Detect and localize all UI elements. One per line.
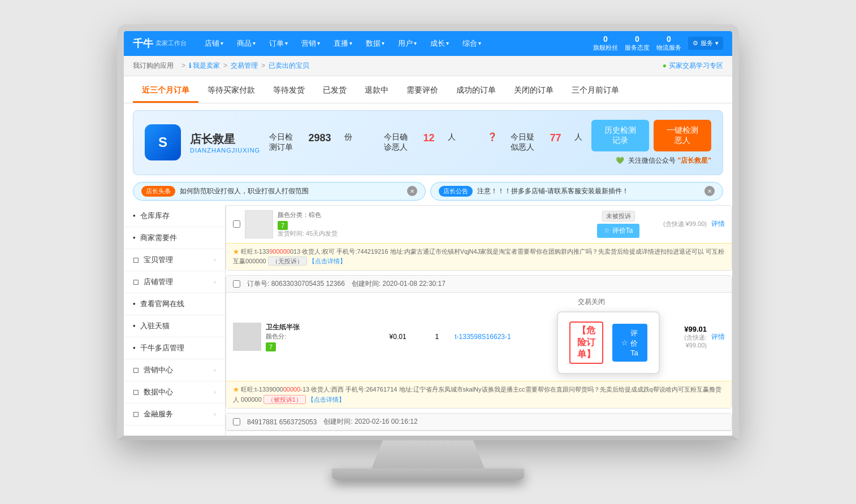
sep1: >	[181, 62, 185, 69]
sidebar-item-marketing[interactable]: ◻ 营销中心 ›	[124, 359, 225, 381]
nav-item-user[interactable]: 用户 ▾	[391, 31, 423, 56]
info-icon: ℹ	[189, 62, 192, 69]
amount-total-2: ¥99.01	[664, 325, 707, 333]
tab-wait-payment[interactable]: 等待买家付款	[198, 80, 264, 103]
crumb1[interactable]: 我是卖家	[193, 61, 220, 71]
order-checkbox-3[interactable]	[233, 418, 240, 425]
action-label-2: 交易关闭	[578, 297, 605, 307]
green-circle-icon: ●	[663, 62, 667, 69]
order-num-2: t-133598S16623-1	[455, 333, 518, 341]
stat3-text: 今日疑似恶人	[511, 132, 536, 153]
nav-item-growth[interactable]: 成长 ▾	[423, 31, 456, 56]
order-checkbox-1[interactable]	[233, 220, 240, 228]
monitor-screen: 千牛 卖家工作台 店铺 ▾ 商品 ▾ 订单 ▾ 营销 ▾ 直播 ▾ 数据 ▾ 用…	[117, 24, 739, 440]
color-tag-1: 颜色分类：棕色	[278, 211, 407, 219]
news-close-1[interactable]: ✕	[407, 186, 417, 196]
plugin-name-area: 店长救星 DIANZHANGJIUXING	[190, 132, 260, 154]
btn-history[interactable]: 历史检测记录	[591, 120, 649, 151]
logistics-label: 物流服务	[656, 44, 681, 52]
buyer-detail-2: 旺旺:t-133900000000-13 收货人:西西 手机号:26476171…	[233, 386, 721, 403]
crumb2[interactable]: 交易管理	[231, 61, 258, 71]
logistics-count: 0	[667, 34, 671, 44]
evaluate-text-1: 评价Ta	[612, 226, 633, 236]
delivery-badge-1: 7	[278, 221, 407, 229]
sidebar-item-data[interactable]: ◻ 数据中心 ›	[124, 381, 225, 403]
tmall-icon: ▪	[133, 321, 136, 330]
order-header-3: 84917881 6563725053 创建时间: 2020-02-16 00:…	[226, 414, 732, 431]
wechat-brand: "店长救星"	[678, 157, 711, 164]
warehouse-icon: ▪	[133, 211, 136, 220]
arrow-finance: ›	[214, 410, 216, 418]
nav-item-live[interactable]: 直播 ▾	[327, 31, 359, 56]
action-col-1: 未被投诉 ☆ 评价Ta	[586, 211, 651, 238]
main-content: 颜色分类：棕色 7 发货时间: 45天内发货 未被投诉 ☆	[226, 205, 732, 436]
stat1-text: 今日检测订单	[269, 132, 295, 153]
sidebar-item-finance[interactable]: ◻ 金融服务 ›	[124, 403, 225, 425]
stat2-unit: 人	[448, 132, 456, 153]
star-icon-2: ☆	[621, 338, 628, 347]
btn-detect[interactable]: 一键检测恶人	[654, 120, 711, 151]
tab-refund[interactable]: 退款中	[356, 80, 397, 103]
news-text-1: 如何防范职业打假人，职业打假人打假范围	[180, 186, 309, 196]
sidebar-item-warehouse[interactable]: ▪ 仓库库存	[124, 205, 225, 227]
stat3-unit: 人	[574, 132, 582, 153]
order-detail-link-2[interactable]: 评情	[711, 332, 725, 342]
detail-link-2[interactable]: 【点击详情】	[308, 396, 345, 403]
stat2-text: 今日确诊恶人	[384, 132, 409, 153]
order-row-1: 颜色分类：棕色 7 发货时间: 45天内发货 未被投诉 ☆	[226, 205, 732, 271]
amount-col-2: ¥99.01 (含快递:¥99.00)	[664, 325, 707, 349]
nav-item-marketing[interactable]: 营销 ▾	[295, 31, 327, 56]
main-layout: ▪ 仓库库存 ▪ 商家需要件 ◻ 宝贝管理 › ◻ 店铺管理 ›	[124, 205, 732, 436]
btn-evaluate-star[interactable]: ☆ 评价Ta	[612, 324, 647, 362]
tab-wait-ship[interactable]: 等待发货	[264, 80, 314, 103]
sidebar-item-multistore[interactable]: ▪ 千牛多店管理	[124, 337, 225, 359]
sidebar-label-multistore: 千牛多店管理	[140, 343, 184, 353]
product-info-2: 卫生纸半张 颜色分: 7	[266, 323, 372, 351]
order-detail-link-1[interactable]: 评情	[711, 219, 725, 229]
btn-evaluate-1[interactable]: ☆ 评价Ta	[597, 224, 640, 238]
learning-link[interactable]: ● 买家交易学习专区	[663, 61, 723, 71]
tab-closed[interactable]: 关闭的订单	[505, 80, 563, 103]
action-col-2: 交易关闭 【危险订单】 ☆ 评价Ta	[523, 297, 660, 376]
num-badge-1: 7	[278, 221, 288, 230]
news-close-2[interactable]: ✕	[704, 186, 715, 196]
sidebar-item-merchant-req[interactable]: ▪ 商家需要件	[124, 227, 225, 249]
app-link[interactable]: 我订购的应用	[133, 61, 174, 71]
tab-evaluate[interactable]: 需要评价	[397, 80, 447, 103]
stat2-value: 12	[423, 132, 434, 153]
nav-service-button[interactable]: ⚙ 服务 ▾	[688, 37, 723, 50]
sidebar-item-tmall[interactable]: ▪ 入驻天猫	[124, 315, 225, 337]
sidebar-item-online[interactable]: ▪ 查看官网在线	[124, 293, 225, 315]
nav-stat-service: 0 服务态度	[625, 34, 650, 52]
nav-item-product[interactable]: 商品 ▾	[230, 31, 262, 56]
sidebar: ▪ 仓库库存 ▪ 商家需要件 ◻ 宝贝管理 › ◻ 店铺管理 ›	[124, 205, 226, 436]
tag-no-dispute-link-1: （无投诉）	[268, 257, 307, 266]
tab-shipped[interactable]: 已发货	[314, 80, 356, 103]
stat1-value: 2983	[308, 132, 331, 153]
tab-old-orders[interactable]: 三个月前订单	[563, 80, 628, 103]
sidebar-item-products[interactable]: ◻ 宝贝管理 ›	[124, 249, 225, 271]
crumb3[interactable]: 已卖出的宝贝	[269, 61, 309, 71]
sidebar-item-store[interactable]: ◻ 店铺管理 ›	[124, 271, 225, 293]
plugin-logo: S	[145, 124, 181, 160]
detail-link-1[interactable]: 【点击详情】	[309, 258, 346, 264]
logo-sub: 卖家工作台	[155, 39, 187, 47]
sidebar-label-products: 宝贝管理	[144, 255, 173, 265]
nav-item-general[interactable]: 综合 ▾	[456, 31, 488, 56]
logo-area: 千牛 卖家工作台	[133, 37, 187, 50]
nav-item-data[interactable]: 数据 ▾	[359, 31, 391, 56]
nav-item-order[interactable]: 订单 ▾	[262, 31, 295, 56]
tab-success[interactable]: 成功的订单	[447, 80, 505, 103]
order-checkbox-2[interactable]	[233, 280, 240, 288]
buyer-info-1: ★ 旺旺:t-133900000013 收货人:权可 手机号:744219216…	[226, 243, 732, 270]
sidebar-label-tmall: 入驻天猫	[140, 321, 170, 331]
danger-popup-wrapper: 【危险订单】 ☆ 评价Ta	[523, 309, 660, 376]
tab-recent-orders[interactable]: 近三个月订单	[133, 80, 198, 103]
nav-item-shop[interactable]: 店铺 ▾	[198, 31, 230, 56]
star-buyer-2: ★	[233, 386, 239, 393]
arrow-store: ›	[214, 277, 216, 286]
nav-stat-logistics: 0 物流服务	[656, 34, 681, 52]
news-bar-1: 店长头条 如何防范职业打假人，职业打假人打假范围 ✕	[133, 182, 426, 201]
product-thumb-2	[233, 323, 261, 351]
amount-sub-2: (含快递:¥99.00)	[664, 333, 707, 349]
